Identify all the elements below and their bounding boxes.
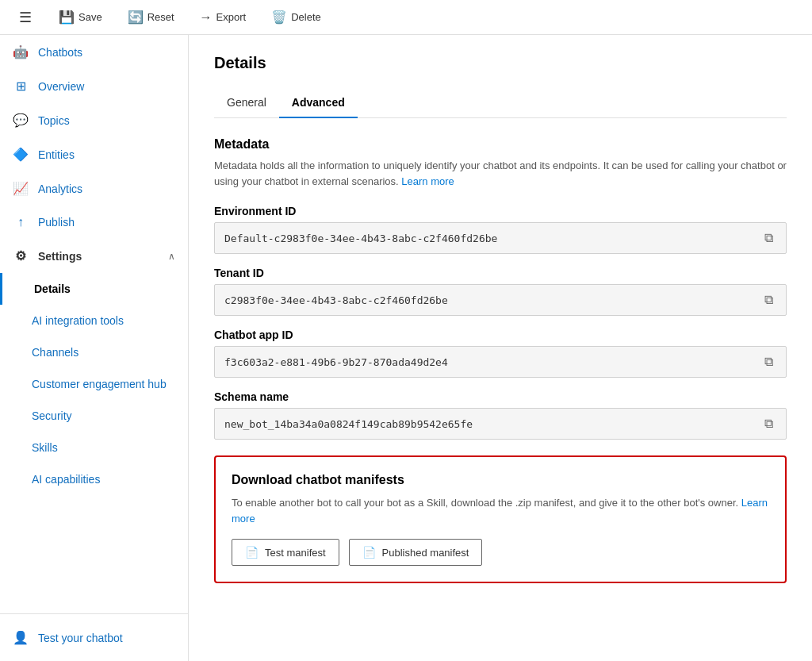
schema-name-group: Schema name new_bot_14ba34a0a0824f149cab… [214,390,787,440]
download-manifests-section: Download chatbot manifests To enable ano… [214,455,787,583]
export-label: Export [216,11,247,23]
chatbot-app-id-group: Chatbot app ID f3c603a2-e881-49b6-9b27-8… [214,329,787,378]
sidebar-label-topics: Topics [38,114,70,127]
environment-id-label: Environment ID [214,205,787,217]
schema-name-row: new_bot_14ba34a0a0824f149cab89b9542e65fe… [214,408,787,440]
sidebar: 🤖 Chatbots ⊞ Overview 💬 Topics 🔷 Entitie… [0,35,189,661]
sidebar-item-channels[interactable]: Channels [0,336,188,368]
menu-icon: ☰ [19,10,32,25]
settings-chevron-icon: ∧ [168,251,175,262]
sidebar-item-security[interactable]: Security [0,400,188,432]
test-chatbot-icon: 👤 [13,630,29,645]
manifest-buttons: 📄 Test manifest 📄 Published manifest [232,539,769,566]
test-manifest-button[interactable]: 📄 Test manifest [232,539,339,566]
sidebar-label-ai-integration: AI integration tools [32,314,124,327]
sidebar-item-skills[interactable]: Skills [0,432,188,463]
sidebar-label-skills: Skills [32,441,58,454]
chatbot-app-id-label: Chatbot app ID [214,329,787,341]
sidebar-item-entities[interactable]: 🔷 Entities [0,137,188,171]
tenant-id-copy-button[interactable]: ⧉ [761,291,776,309]
reset-label: Reset [147,11,174,23]
sidebar-label-test-chatbot: Test your chatbot [38,632,123,644]
export-icon: → [200,10,213,25]
sidebar-item-analytics[interactable]: 📈 Analytics [0,171,188,206]
sidebar-item-overview[interactable]: ⊞ Overview [0,69,188,103]
download-description: To enable another bot to call your bot a… [232,495,769,526]
sidebar-item-settings[interactable]: ⚙ Settings ∧ [0,239,188,273]
tenant-id-label: Tenant ID [214,267,787,279]
sidebar-label-entities: Entities [38,148,75,161]
sidebar-item-publish[interactable]: ↑ Publish [0,206,188,239]
chatbot-app-id-copy-button[interactable]: ⧉ [761,353,776,371]
sidebar-label-customer-engagement: Customer engagement hub [32,378,167,390]
metadata-description: Metadata holds all the information to un… [214,158,787,189]
sidebar-label-ai-capabilities: AI capabilities [32,473,100,486]
environment-id-group: Environment ID Default-c2983f0e-34ee-4b4… [214,205,787,254]
delete-button[interactable]: 🗑️ Delete [266,6,326,28]
tenant-id-value: c2983f0e-34ee-4b43-8abc-c2f460fd26be [224,294,761,306]
metadata-title: Metadata [214,137,787,152]
metadata-learn-more-link[interactable]: Learn more [401,175,454,187]
analytics-icon: 📈 [13,181,29,196]
test-manifest-label: Test manifest [265,547,326,559]
settings-icon: ⚙ [13,248,29,263]
schema-name-copy-button[interactable]: ⧉ [761,415,776,432]
content-area: Details General Advanced Metadata Metada… [189,35,812,661]
entities-icon: 🔷 [13,147,29,162]
schema-name-value: new_bot_14ba34a0a0824f149cab89b9542e65fe [224,418,761,430]
main-layout: 🤖 Chatbots ⊞ Overview 💬 Topics 🔷 Entitie… [0,35,812,661]
sidebar-label-analytics: Analytics [38,183,82,195]
delete-label: Delete [291,11,321,23]
sidebar-item-test-chatbot[interactable]: 👤 Test your chatbot [0,621,188,655]
toolbar: ☰ 💾 Save 🔄 Reset → Export 🗑️ Delete [0,0,812,35]
test-manifest-icon: 📄 [245,546,259,559]
sidebar-item-ai-integration[interactable]: AI integration tools [0,305,188,336]
environment-id-row: Default-c2983f0e-34ee-4b43-8abc-c2f460fd… [214,222,787,254]
sidebar-item-customer-engagement[interactable]: Customer engagement hub [0,368,188,400]
schema-name-label: Schema name [214,390,787,403]
download-title: Download chatbot manifests [232,473,769,487]
menu-toggle-button[interactable]: ☰ [13,6,38,29]
topics-icon: 💬 [13,113,29,128]
sidebar-item-chatbots[interactable]: 🤖 Chatbots [0,35,188,69]
sidebar-label-channels: Channels [32,346,79,359]
sidebar-item-ai-capabilities[interactable]: AI capabilities [0,463,188,495]
sidebar-label-details: Details [34,282,71,295]
settings-label: Settings [38,250,82,263]
environment-id-value: Default-c2983f0e-34ee-4b43-8abc-c2f460fd… [224,233,761,244]
chatbot-app-id-row: f3c603a2-e881-49b6-9b27-870ada49d2e4 ⧉ [214,346,787,378]
sidebar-label-publish: Publish [38,216,75,229]
published-manifest-icon: 📄 [362,546,376,559]
published-manifest-button[interactable]: 📄 Published manifest [349,539,483,566]
page-title: Details [214,54,787,72]
environment-id-copy-button[interactable]: ⧉ [761,229,776,247]
sidebar-label-security: Security [32,409,72,422]
tab-advanced[interactable]: Advanced [279,88,358,118]
publish-icon: ↑ [13,215,29,229]
published-manifest-label: Published manifest [382,547,469,559]
reset-button[interactable]: 🔄 Reset [123,6,179,28]
save-label: Save [79,11,102,23]
sidebar-label-overview: Overview [38,80,84,93]
reset-icon: 🔄 [128,10,144,25]
delete-icon: 🗑️ [271,10,287,25]
tab-general[interactable]: General [214,88,279,118]
chatbots-icon: 🤖 [13,44,29,60]
tenant-id-group: Tenant ID c2983f0e-34ee-4b43-8abc-c2f460… [214,267,787,316]
overview-icon: ⊞ [13,79,29,94]
tenant-id-row: c2983f0e-34ee-4b43-8abc-c2f460fd26be ⧉ [214,284,787,316]
sidebar-item-topics[interactable]: 💬 Topics [0,103,188,137]
chatbot-app-id-value: f3c603a2-e881-49b6-9b27-870ada49d2e4 [224,356,761,368]
export-button[interactable]: → Export [195,7,251,28]
tabs-bar: General Advanced [214,88,787,118]
sidebar-bottom: 👤 Test your chatbot [0,613,188,661]
save-button[interactable]: 💾 Save [54,6,107,28]
sidebar-item-details[interactable]: Details [0,273,188,305]
save-icon: 💾 [59,10,75,25]
sidebar-label-chatbots: Chatbots [38,46,82,59]
metadata-section: Metadata Metadata holds all the informat… [214,137,787,189]
